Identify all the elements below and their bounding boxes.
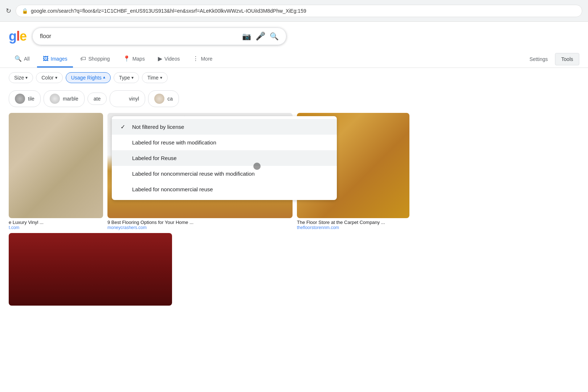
chip-marble-label: marble bbox=[63, 96, 78, 102]
tab-maps-label: Maps bbox=[132, 56, 145, 62]
camera-icon[interactable]: 📷 bbox=[242, 32, 251, 41]
google-header: g l e 📷 🎤 🔍 bbox=[0, 22, 588, 51]
color-filter-label: Color bbox=[41, 75, 53, 81]
image-card-vinyl[interactable]: e Luxury Vinyl ... t.com bbox=[9, 113, 103, 230]
usage-rights-filter[interactable]: Usage Rights ▾ bbox=[66, 72, 111, 83]
dropdown-item-reuse-modification-label: Labeled for reuse with modification bbox=[132, 139, 216, 146]
tab-more-label: More bbox=[201, 56, 212, 62]
search-input[interactable] bbox=[40, 33, 238, 40]
maps-icon: 📍 bbox=[123, 55, 130, 62]
image-bottom bbox=[9, 233, 172, 306]
usage-rights-dropdown: ✓ Not filtered by license ✓ Labeled for … bbox=[112, 116, 337, 200]
time-filter-label: Time bbox=[147, 75, 159, 81]
type-filter[interactable]: Type ▾ bbox=[114, 72, 139, 83]
color-chevron-icon: ▾ bbox=[55, 75, 57, 80]
tab-shopping-label: Shopping bbox=[88, 56, 110, 62]
chip-vinyl-image bbox=[116, 94, 126, 104]
chip-tile[interactable]: tile bbox=[9, 90, 41, 107]
mic-icon[interactable]: 🎤 bbox=[256, 32, 265, 41]
chip-ate[interactable]: ate bbox=[87, 93, 107, 105]
time-chevron-icon: ▾ bbox=[160, 75, 162, 80]
tab-all[interactable]: 🔍 All bbox=[9, 51, 36, 68]
filter-bar: Size ▾ Color ▾ Usage Rights ▾ Type ▾ Tim… bbox=[0, 68, 588, 87]
dropdown-item-noncommercial-modification[interactable]: ✓ Labeled for noncommercial reuse with m… bbox=[112, 166, 337, 181]
search-icons: 📷 🎤 🔍 bbox=[242, 32, 279, 41]
chip-ca[interactable]: ca bbox=[148, 90, 179, 107]
time-filter[interactable]: Time ▾ bbox=[142, 72, 168, 83]
search-icon: 🔍 bbox=[15, 55, 22, 62]
nav-tabs: 🔍 All 🖼 Images 🏷 Shopping 📍 Maps ▶ Video… bbox=[0, 51, 588, 68]
settings-link[interactable]: Settings bbox=[524, 52, 554, 66]
shopping-icon: 🏷 bbox=[80, 56, 86, 62]
dropdown-item-noncommercial[interactable]: ✓ Labeled for noncommercial reuse bbox=[112, 181, 337, 197]
image-wood2-source: thefloorstorennm.com bbox=[297, 225, 409, 230]
chip-marble[interactable]: marble bbox=[44, 90, 85, 107]
tab-maps[interactable]: 📍 Maps bbox=[117, 51, 151, 68]
chips-bar: tile marble ate vinyl ca bbox=[0, 87, 588, 110]
logo-l: l bbox=[16, 29, 20, 44]
dropdown-item-not-filtered[interactable]: ✓ Not filtered by license bbox=[112, 119, 337, 135]
search-box-wrapper: 📷 🎤 🔍 bbox=[32, 28, 286, 45]
chip-vinyl[interactable]: vinyl bbox=[110, 90, 145, 107]
image-vinyl-title: e Luxury Vinyl ... bbox=[9, 220, 103, 225]
google-logo[interactable]: g l e bbox=[9, 29, 26, 44]
image-wood2-title: The Floor Store at the Carpet Company ..… bbox=[297, 220, 409, 225]
more-icon: ⋮ bbox=[193, 55, 199, 62]
chip-marble-image bbox=[50, 94, 60, 104]
images-icon: 🖼 bbox=[43, 56, 49, 62]
chip-ca-label: ca bbox=[167, 96, 173, 102]
size-chevron-icon: ▾ bbox=[25, 75, 28, 80]
search-button-icon[interactable]: 🔍 bbox=[270, 32, 279, 41]
size-filter-label: Size bbox=[14, 75, 24, 81]
address-bar[interactable]: 🔒 google.com/search?q=floor&rlz=1C1CHBF_… bbox=[16, 5, 582, 17]
usage-rights-filter-label: Usage Rights bbox=[71, 75, 102, 81]
logo-g: g bbox=[9, 29, 16, 44]
url-text: google.com/search?q=floor&rlz=1C1CHBF_en… bbox=[31, 8, 306, 14]
dropdown-item-reuse-label: Labeled for Reuse bbox=[132, 155, 177, 161]
tab-images[interactable]: 🖼 Images bbox=[37, 51, 73, 68]
dropdown-item-reuse[interactable]: ✓ Labeled for Reuse bbox=[112, 150, 337, 166]
image-card-bottom[interactable] bbox=[9, 233, 172, 306]
chip-ate-label: ate bbox=[94, 96, 101, 102]
refresh-button[interactable]: ↻ bbox=[6, 7, 11, 15]
tab-images-label: Images bbox=[51, 56, 68, 62]
dropdown-item-reuse-modification[interactable]: ✓ Labeled for reuse with modification bbox=[112, 135, 337, 150]
videos-icon: ▶ bbox=[158, 55, 162, 62]
chip-tile-image bbox=[15, 94, 25, 104]
image-wood-title: 9 Best Flooring Options for Your Home ..… bbox=[107, 220, 293, 225]
logo-e: e bbox=[20, 29, 26, 44]
check-icon: ✓ bbox=[121, 123, 128, 130]
tab-all-label: All bbox=[24, 56, 30, 62]
search-box[interactable]: 📷 🎤 🔍 bbox=[32, 28, 286, 45]
dropdown-item-noncommercial-modification-label: Labeled for noncommercial reuse with mod… bbox=[132, 171, 255, 177]
tab-videos[interactable]: ▶ Videos bbox=[152, 51, 186, 68]
type-filter-label: Type bbox=[119, 75, 130, 81]
chip-ca-image bbox=[154, 94, 164, 104]
image-vinyl bbox=[9, 113, 103, 218]
lock-icon: 🔒 bbox=[22, 8, 28, 14]
size-filter[interactable]: Size ▾ bbox=[9, 72, 33, 83]
dropdown-item-not-filtered-label: Not filtered by license bbox=[132, 124, 184, 130]
bottom-images bbox=[0, 233, 588, 309]
tab-shopping[interactable]: 🏷 Shopping bbox=[74, 51, 115, 68]
usage-rights-chevron-icon: ▾ bbox=[103, 75, 105, 80]
tools-button[interactable]: Tools bbox=[555, 53, 579, 65]
dropdown-item-noncommercial-label: Labeled for noncommercial reuse bbox=[132, 186, 213, 192]
chip-vinyl-label: vinyl bbox=[129, 96, 139, 102]
tab-more[interactable]: ⋮ More bbox=[187, 51, 218, 68]
color-filter[interactable]: Color ▾ bbox=[36, 72, 62, 83]
image-wood-source: moneycrashers.com bbox=[107, 225, 293, 230]
tab-videos-label: Videos bbox=[164, 56, 180, 62]
type-chevron-icon: ▾ bbox=[131, 75, 134, 80]
chip-tile-label: tile bbox=[28, 96, 34, 102]
image-vinyl-source: t.com bbox=[9, 225, 103, 230]
browser-chrome: ↻ 🔒 google.com/search?q=floor&rlz=1C1CHB… bbox=[0, 0, 588, 22]
